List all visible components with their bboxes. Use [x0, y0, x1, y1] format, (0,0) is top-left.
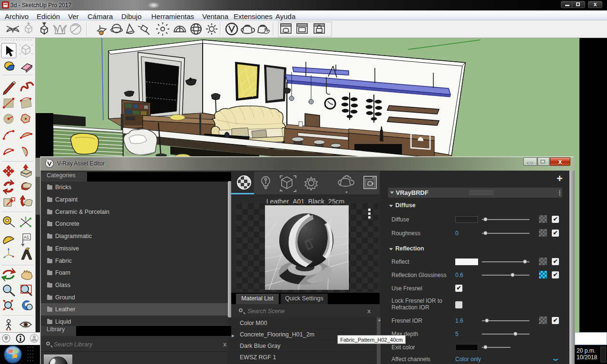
svg-text:A1: A1 [24, 235, 29, 239]
